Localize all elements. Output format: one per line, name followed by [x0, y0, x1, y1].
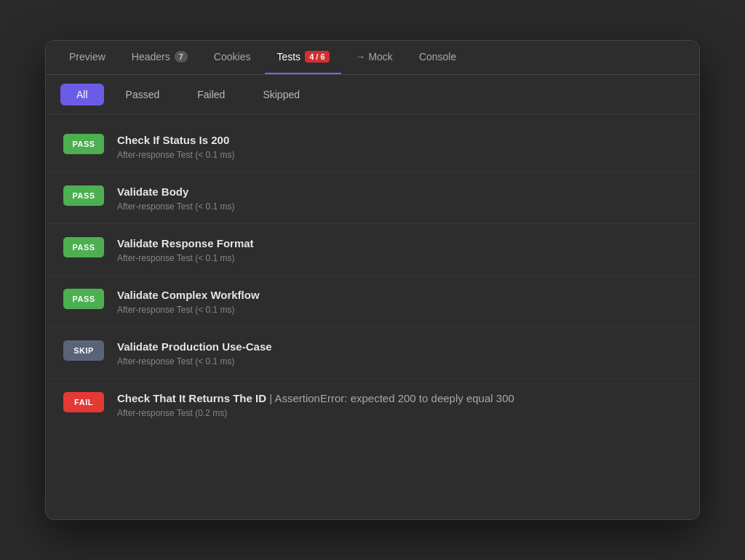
test-item-test-3: PASSValidate Response FormatAfter-respon… — [46, 224, 699, 276]
test-badge-test-5: SKIP — [63, 340, 104, 361]
test-meta-test-3: After-response Test (< 0.1 ms) — [117, 253, 682, 263]
tab-tests-score: 4 / 6 — [305, 51, 329, 63]
test-item-test-2: PASSValidate BodyAfter-response Test (< … — [46, 172, 699, 224]
filter-passed-button[interactable]: Passed — [110, 84, 176, 105]
test-info-test-6: Check That It Returns The ID | Assertion… — [117, 391, 682, 418]
test-info-test-2: Validate BodyAfter-response Test (< 0.1 … — [117, 184, 682, 212]
tab-console-label: Console — [419, 51, 456, 63]
tabs-bar: PreviewHeaders7CookiesTests4 / 6→ MockCo… — [46, 41, 699, 75]
test-name-test-2: Validate Body — [117, 184, 682, 199]
filter-failed-button[interactable]: Failed — [181, 84, 241, 105]
test-badge-test-4: PASS — [63, 289, 104, 309]
tab-preview-label: Preview — [69, 51, 105, 63]
test-badge-test-6: FAIL — [63, 392, 104, 412]
tab-mock-label: → Mock — [356, 51, 393, 63]
test-name-test-6: Check That It Returns The ID | Assertion… — [117, 391, 682, 406]
test-list: PASSCheck If Status Is 200After-response… — [46, 115, 699, 436]
test-badge-test-2: PASS — [63, 185, 104, 206]
test-info-test-4: Validate Complex WorkflowAfter-response … — [117, 287, 682, 315]
test-item-test-1: PASSCheck If Status Is 200After-response… — [46, 121, 699, 172]
tab-tests[interactable]: Tests4 / 6 — [265, 41, 340, 74]
main-window: PreviewHeaders7CookiesTests4 / 6→ MockCo… — [45, 40, 700, 520]
tab-tests-label: Tests — [276, 51, 300, 63]
tab-headers-badge: 7 — [175, 51, 188, 63]
test-item-test-4: PASSValidate Complex WorkflowAfter-respo… — [46, 276, 699, 327]
test-name-test-1: Check If Status Is 200 — [117, 132, 682, 148]
filter-bar: AllPassedFailedSkipped — [46, 75, 699, 115]
test-info-test-1: Check If Status Is 200After-response Tes… — [117, 132, 682, 160]
test-meta-test-1: After-response Test (< 0.1 ms) — [117, 150, 682, 160]
test-info-test-3: Validate Response FormatAfter-response T… — [117, 236, 682, 263]
test-name-test-4: Validate Complex Workflow — [117, 287, 682, 303]
test-name-test-3: Validate Response Format — [117, 236, 682, 251]
tab-headers[interactable]: Headers7 — [120, 41, 199, 74]
test-badge-test-1: PASS — [63, 134, 104, 154]
filter-skipped-button[interactable]: Skipped — [247, 84, 316, 105]
tab-cookies-label: Cookies — [214, 51, 251, 63]
test-error-test-6: | AssertionError: expected 200 to deeply… — [266, 392, 514, 404]
tab-console[interactable]: Console — [407, 41, 468, 74]
filter-all-button[interactable]: All — [60, 84, 104, 105]
test-info-test-5: Validate Production Use-CaseAfter-respon… — [117, 339, 682, 367]
test-item-test-5: SKIPValidate Production Use-CaseAfter-re… — [46, 327, 699, 379]
tab-headers-label: Headers — [132, 51, 170, 63]
tab-mock[interactable]: → Mock — [344, 41, 405, 74]
test-meta-test-4: After-response Test (< 0.1 ms) — [117, 305, 682, 315]
test-meta-test-2: After-response Test (< 0.1 ms) — [117, 201, 682, 212]
test-meta-test-6: After-response Test (0.2 ms) — [117, 408, 682, 418]
tab-cookies[interactable]: Cookies — [202, 41, 263, 74]
test-name-test-5: Validate Production Use-Case — [117, 339, 682, 354]
tab-preview[interactable]: Preview — [57, 41, 117, 74]
test-meta-test-5: After-response Test (< 0.1 ms) — [117, 356, 682, 367]
test-badge-test-3: PASS — [63, 237, 104, 257]
test-item-test-6: FAILCheck That It Returns The ID | Asser… — [46, 379, 699, 430]
